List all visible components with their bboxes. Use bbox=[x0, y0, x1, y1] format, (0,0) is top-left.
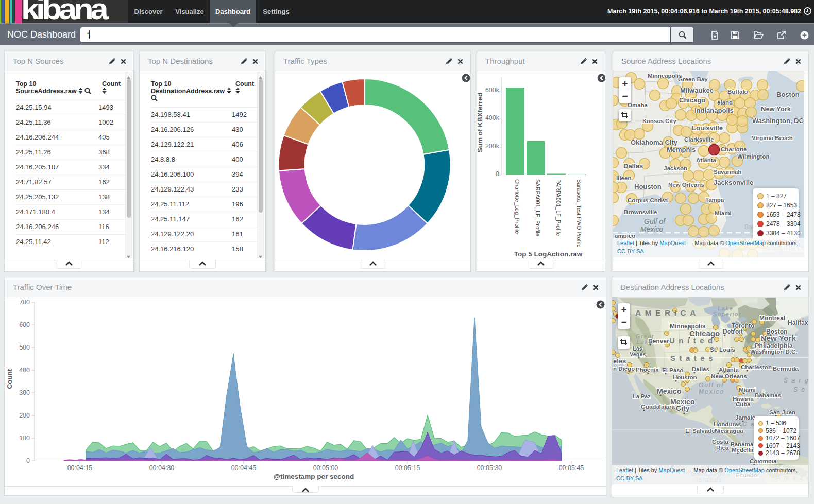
svg-text:Milwaukee: Milwaukee bbox=[680, 86, 714, 94]
svg-text:Buffalo: Buffalo bbox=[727, 89, 748, 95]
svg-text:Jacksonville: Jacksonville bbox=[714, 179, 753, 186]
svg-text:Oklahoma City: Oklahoma City bbox=[631, 138, 678, 146]
svg-text:Mexico: Mexico bbox=[657, 387, 681, 395]
svg-text:AMERICA: AMERICA bbox=[635, 308, 700, 317]
svg-text:Atlanta: Atlanta bbox=[719, 367, 739, 373]
svg-text:Mexico: Mexico bbox=[699, 388, 724, 395]
svg-text:Virginia Beach: Virginia Beach bbox=[752, 135, 793, 141]
svg-text:S e: S e bbox=[793, 386, 806, 393]
svg-text:Memphis: Memphis bbox=[667, 146, 696, 153]
svg-text:400: 400 bbox=[19, 367, 30, 374]
svg-text:eland: eland bbox=[717, 99, 733, 106]
svg-text:n Diego: n Diego bbox=[613, 366, 635, 372]
svg-text:Dallas: Dallas bbox=[623, 162, 643, 170]
svg-text:Miami: Miami bbox=[715, 210, 732, 216]
svg-text:Bermuda: Bermuda bbox=[773, 366, 799, 372]
svg-text:Phoenix: Phoenix bbox=[636, 367, 659, 373]
svg-text:Sum of KBXferred: Sum of KBXferred bbox=[477, 93, 484, 152]
svg-text:Nicaragua: Nicaragua bbox=[715, 428, 743, 434]
svg-text:00:05:15: 00:05:15 bbox=[395, 464, 420, 472]
svg-text:Top 5 LogAction.raw: Top 5 LogAction.raw bbox=[514, 250, 583, 258]
svg-text:illeen: illeen bbox=[616, 175, 631, 181]
svg-text:San Juan: San Juan bbox=[769, 409, 795, 415]
svg-text:Chicago: Chicago bbox=[679, 96, 705, 104]
svg-text:Jackson: Jackson bbox=[664, 165, 687, 171]
svg-text:500: 500 bbox=[19, 344, 30, 351]
svg-text:600: 600 bbox=[19, 321, 30, 328]
svg-text:New York: New York bbox=[760, 334, 796, 342]
svg-text:Houston: Houston bbox=[634, 183, 662, 190]
svg-text:Charlotte: Charlotte bbox=[721, 146, 747, 152]
svg-text:200: 200 bbox=[19, 412, 30, 419]
svg-text:00:04:45: 00:04:45 bbox=[231, 464, 257, 472]
svg-text:Gulf of: Gulf of bbox=[644, 217, 666, 225]
svg-text:00:05:45: 00:05:45 bbox=[559, 464, 584, 472]
svg-text:00:04:15: 00:04:15 bbox=[67, 464, 93, 472]
svg-text:Corpus Christi: Corpus Christi bbox=[628, 197, 669, 203]
svg-text:Medellin: Medellin bbox=[732, 447, 755, 453]
svg-text:States: States bbox=[670, 354, 717, 362]
svg-text:Montreal: Montreal bbox=[759, 315, 785, 322]
svg-text:United: United bbox=[669, 336, 717, 345]
svg-text:Omaha: Omaha bbox=[628, 102, 648, 108]
svg-text:New Orleans: New Orleans bbox=[711, 373, 747, 379]
svg-text:Tampa: Tampa bbox=[705, 197, 724, 203]
svg-text:600k: 600k bbox=[485, 86, 500, 94]
svg-text:00:05:00: 00:05:00 bbox=[313, 464, 338, 472]
svg-text:00:05:30: 00:05:30 bbox=[477, 464, 502, 472]
svg-text:Detroit: Detroit bbox=[723, 328, 743, 335]
svg-text:Gulf of: Gulf of bbox=[699, 381, 724, 389]
svg-text:Dallas: Dallas bbox=[692, 366, 709, 372]
svg-text:700: 700 bbox=[19, 299, 30, 306]
svg-text:La Paz: La Paz bbox=[633, 393, 651, 399]
svg-text:Brownsville: Brownsville bbox=[624, 209, 657, 215]
svg-text:El Paso: El Paso bbox=[662, 367, 684, 373]
svg-text:Atlanta: Atlanta bbox=[696, 157, 717, 163]
svg-text:Honduras: Honduras bbox=[714, 421, 741, 427]
svg-text:eles: eles bbox=[613, 357, 626, 365]
svg-text:Count: Count bbox=[6, 369, 13, 389]
svg-text:Bahamas: Bahamas bbox=[755, 392, 781, 398]
svg-text:200k: 200k bbox=[485, 143, 500, 150]
svg-text:Washington D.C.: Washington D.C. bbox=[750, 349, 798, 355]
svg-text:Louisville: Louisville bbox=[692, 124, 723, 132]
svg-text:Costa: Costa bbox=[712, 439, 729, 445]
svg-text:Charleston: Charleston bbox=[741, 364, 772, 370]
svg-text:Charlotte_Log_Profile: Charlotte_Log_Profile bbox=[514, 179, 520, 234]
svg-text:S a r g: S a r g bbox=[784, 377, 808, 384]
svg-text:Cuba: Cuba bbox=[736, 401, 751, 407]
svg-text:Superior: Superior bbox=[713, 311, 742, 317]
svg-text:Miami: Miami bbox=[739, 387, 756, 393]
svg-text:SARPA001_LF_Profile: SARPA001_LF_Profile bbox=[535, 179, 541, 236]
svg-text:Kansas City: Kansas City bbox=[642, 118, 676, 124]
svg-text:00:04:30: 00:04:30 bbox=[149, 464, 175, 472]
svg-text:PARPA001_LF_Profile: PARPA001_LF_Profile bbox=[555, 179, 562, 236]
svg-text:El Salvador: El Salvador bbox=[685, 428, 718, 434]
svg-text:Washington, DC: Washington, DC bbox=[752, 117, 804, 125]
svg-text:100: 100 bbox=[19, 435, 30, 442]
svg-text:St. Louis: St. Louis bbox=[710, 346, 735, 353]
svg-text:0: 0 bbox=[26, 457, 30, 464]
svg-text:Rica: Rica bbox=[716, 445, 729, 451]
svg-text:Savannah: Savannah bbox=[714, 169, 741, 175]
svg-text:400k: 400k bbox=[485, 114, 500, 121]
svg-text:Wilmington: Wilmington bbox=[737, 153, 770, 160]
svg-text:Boston: Boston bbox=[776, 91, 800, 98]
svg-text:Houston: Houston bbox=[673, 374, 697, 380]
svg-text:Lake: Lake bbox=[637, 339, 653, 345]
svg-text:New York: New York bbox=[761, 105, 791, 113]
svg-text:Halifax: Halifax bbox=[788, 319, 808, 326]
svg-text:@timestamp per second: @timestamp per second bbox=[274, 473, 354, 480]
svg-text:Minneapolis: Minneapolis bbox=[648, 73, 682, 79]
svg-text:Mexico: Mexico bbox=[640, 225, 664, 233]
svg-text:0: 0 bbox=[496, 170, 499, 178]
svg-text:New Orleans: New Orleans bbox=[668, 182, 704, 188]
svg-text:300: 300 bbox=[19, 389, 30, 396]
svg-text:Vegas: Vegas bbox=[630, 351, 646, 357]
svg-text:Green Bay: Green Bay bbox=[678, 76, 708, 82]
svg-text:Clarksville: Clarksville bbox=[684, 136, 714, 143]
svg-text:City: City bbox=[676, 404, 690, 412]
svg-text:Indianapolis: Indianapolis bbox=[694, 107, 734, 114]
svg-text:Sarasota_Test FWD Profile: Sarasota_Test FWD Profile bbox=[576, 179, 582, 248]
